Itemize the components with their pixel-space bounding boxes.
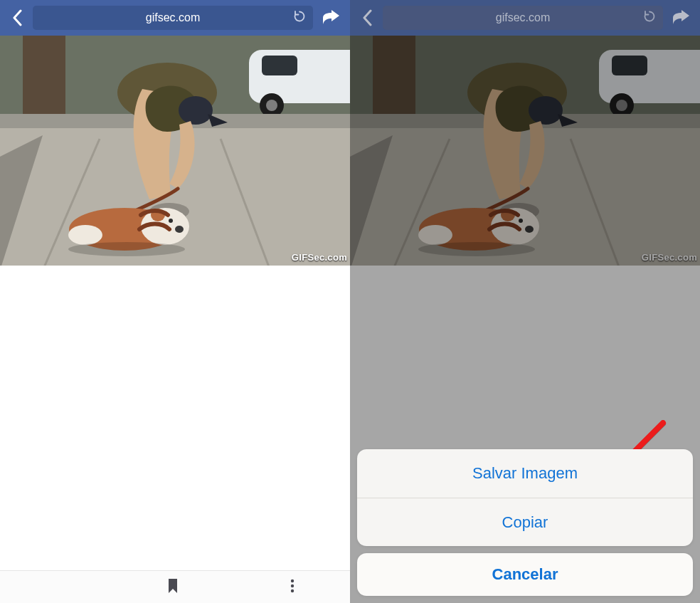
share-button[interactable] xyxy=(319,4,343,32)
gif-image[interactable]: GIFSec.com xyxy=(0,36,350,266)
browser-topbar: gifsec.com xyxy=(0,0,350,36)
page-content: GIFSec.com xyxy=(0,36,350,570)
chevron-left-icon xyxy=(12,9,22,26)
svg-rect-5 xyxy=(23,36,65,114)
save-image-label: Salvar Imagem xyxy=(472,464,578,483)
address-url: gifsec.com xyxy=(496,11,550,24)
svg-point-23 xyxy=(290,589,293,592)
kebab-menu-icon xyxy=(290,578,295,594)
address-bar[interactable]: gifsec.com xyxy=(33,6,313,30)
left-screenshot: gifsec.com xyxy=(0,0,350,603)
right-screenshot: gifsec.com xyxy=(350,0,700,603)
image-watermark: GIFSec.com xyxy=(292,252,347,263)
copy-label: Copiar xyxy=(502,513,548,532)
menu-button[interactable] xyxy=(290,578,295,597)
bookmark-button[interactable] xyxy=(167,578,179,597)
share-arrow-icon xyxy=(672,10,690,26)
reload-icon xyxy=(293,10,306,23)
address-url: gifsec.com xyxy=(146,11,200,24)
svg-point-16 xyxy=(68,225,102,245)
copy-option[interactable]: Copiar xyxy=(357,498,693,546)
address-bar[interactable]: gifsec.com xyxy=(383,6,663,30)
save-image-option[interactable]: Salvar Imagem xyxy=(357,449,693,498)
chevron-left-icon xyxy=(362,9,372,26)
reload-button[interactable] xyxy=(293,10,306,26)
share-arrow-icon xyxy=(322,10,340,26)
svg-point-21 xyxy=(290,579,293,582)
browser-topbar: gifsec.com xyxy=(350,0,700,36)
cancel-label: Cancelar xyxy=(492,565,558,584)
back-button[interactable] xyxy=(7,4,27,32)
bookmark-icon xyxy=(167,578,179,594)
svg-point-20 xyxy=(68,242,185,256)
scene-illustration xyxy=(0,36,350,266)
svg-rect-7 xyxy=(0,128,350,266)
reload-button[interactable] xyxy=(643,10,656,26)
cancel-button[interactable]: Cancelar xyxy=(357,553,693,596)
reload-icon xyxy=(643,10,656,23)
share-button[interactable] xyxy=(669,4,693,32)
browser-bottombar xyxy=(0,570,350,603)
svg-point-22 xyxy=(290,584,293,587)
svg-point-4 xyxy=(266,100,277,111)
svg-point-12 xyxy=(179,96,213,125)
page-content: GIFSec.com Salvar Imagem Copiar Cancelar xyxy=(350,36,700,603)
action-sheet-options: Salvar Imagem Copiar xyxy=(357,449,693,546)
svg-rect-2 xyxy=(262,56,297,75)
back-button[interactable] xyxy=(357,4,377,32)
action-sheet: Salvar Imagem Copiar Cancelar xyxy=(357,449,693,596)
svg-point-18 xyxy=(175,226,184,233)
svg-point-17 xyxy=(169,219,173,223)
